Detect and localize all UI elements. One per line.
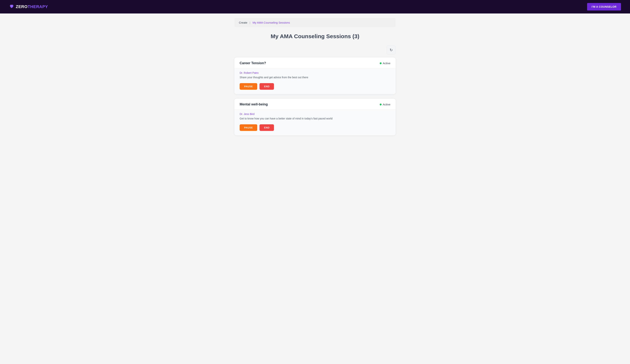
refresh-button[interactable]: ↻ — [386, 45, 396, 54]
breadcrumb-create: Create — [239, 21, 247, 24]
refresh-area: ↻ — [234, 45, 396, 54]
refresh-icon: ↻ — [390, 48, 393, 52]
pause-button-2[interactable]: PAUSE — [240, 124, 257, 131]
end-button-1[interactable]: END — [260, 83, 274, 90]
session-description-2: Get to know how you can have a better st… — [240, 117, 390, 121]
main-content: Create | My AMA Counseling Sessions My A… — [230, 13, 400, 144]
session-card-2-header: Mental well-being Active — [234, 99, 396, 109]
breadcrumb-separator: | — [250, 21, 250, 24]
status-badge-2: Active — [380, 103, 390, 106]
breadcrumb-current: My AMA Counseling Sessions — [252, 21, 290, 24]
navbar: ZEROTHERAPY I'M A COUNSELOR — [0, 0, 630, 13]
session-card-1-body: Dr. Robert Patro Share your thoughts and… — [234, 68, 396, 94]
counselor-button[interactable]: I'M A COUNSELOR — [587, 3, 621, 10]
breadcrumb: Create | My AMA Counseling Sessions — [234, 18, 396, 27]
session-description-1: Share your thoughts and get advice from … — [240, 75, 390, 79]
counselor-name-1: Dr. Robert Patro — [240, 71, 390, 74]
session-card-1: Career Tension? Active Dr. Robert Patro … — [234, 57, 396, 94]
sessions-list: Career Tension? Active Dr. Robert Patro … — [234, 57, 396, 135]
logo-text: ZEROTHERAPY — [16, 4, 48, 9]
end-button-2[interactable]: END — [260, 124, 274, 131]
session-card-2: Mental well-being Active Dr. Jess Bird G… — [234, 99, 396, 135]
session-title-1: Career Tension? — [240, 61, 266, 65]
session-title-2: Mental well-being — [240, 102, 268, 106]
session-actions-2: PAUSE END — [240, 124, 390, 131]
status-badge-1: Active — [380, 62, 390, 65]
session-actions-1: PAUSE END — [240, 83, 390, 90]
status-label-2: Active — [383, 103, 390, 106]
status-dot-1 — [380, 62, 382, 64]
counselor-name-2: Dr. Jess Bird — [240, 113, 390, 116]
session-card-1-header: Career Tension? Active — [234, 57, 396, 68]
session-card-2-body: Dr. Jess Bird Get to know how you can ha… — [234, 109, 396, 135]
logo: ZEROTHERAPY — [9, 3, 48, 10]
page-title: My AMA Counseling Sessions (3) — [234, 33, 396, 39]
logo-therapy: THERAPY — [28, 4, 48, 9]
status-label-1: Active — [383, 62, 390, 65]
status-dot-2 — [380, 104, 382, 105]
logo-icon — [9, 3, 14, 10]
pause-button-1[interactable]: PAUSE — [240, 83, 257, 90]
logo-zero: ZERO — [16, 4, 28, 9]
